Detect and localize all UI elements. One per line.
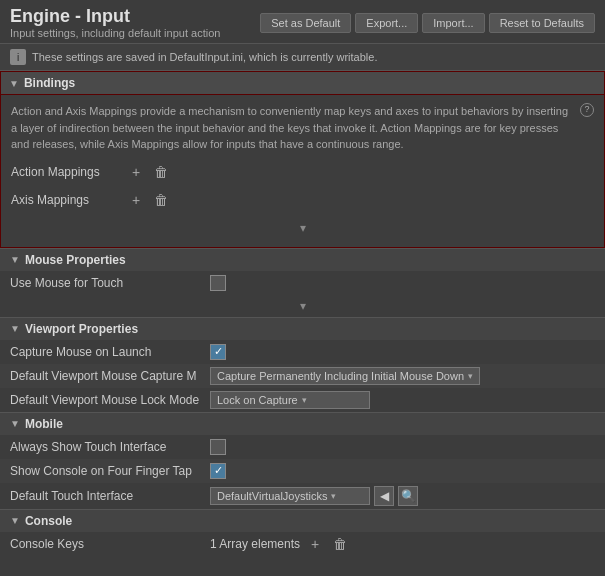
default-touch-select[interactable]: DefaultVirtualJoysticks ▾ [210,487,370,505]
viewport-collapse-icon: ▼ [10,323,20,334]
console-keys-row: Console Keys 1 Array elements + 🗑 [0,532,605,556]
mouse-collapse-icon: ▼ [10,254,20,265]
bindings-collapse-icon: ▼ [9,78,19,89]
axis-mappings-row: Axis Mappings + 🗑 [11,189,594,211]
default-touch-select-value: DefaultVirtualJoysticks [217,490,327,502]
default-touch-search-button[interactable]: 🔍 [398,486,418,506]
mobile-section-header[interactable]: ▼ Mobile [0,412,605,435]
bindings-help-icon[interactable]: ? [580,103,594,117]
console-section-content: Console Keys 1 Array elements + 🗑 [0,532,605,556]
default-lock-select[interactable]: Lock on Capture ▾ [210,391,370,409]
always-show-touch-label: Always Show Touch Interface [10,440,210,454]
capture-mouse-value: ✓ [210,344,595,360]
info-bar: i These settings are saved in DefaultInp… [0,43,605,71]
default-capture-value: Capture Permanently Including Initial Mo… [210,367,595,385]
console-keys-count: 1 Array elements [210,537,300,551]
bindings-divider: ▾ [11,217,594,239]
action-mappings-add-button[interactable]: + [129,163,143,181]
info-message: These settings are saved in DefaultInput… [32,51,377,63]
console-section-label: Console [25,514,72,528]
bindings-section-header[interactable]: ▼ Bindings [0,71,605,95]
bindings-section: ▼ Bindings Action and Axis Mappings prov… [0,71,605,248]
mouse-section-label: Mouse Properties [25,253,126,267]
action-mappings-delete-button[interactable]: 🗑 [151,163,171,181]
mouse-divider: ▾ [0,295,605,317]
bindings-description: Action and Axis Mappings provide a mecha… [11,103,594,153]
mobile-section-content: Always Show Touch Interface Show Console… [0,435,605,509]
default-lock-select-arrow: ▾ [302,395,307,405]
action-mappings-row: Action Mappings + 🗑 [11,161,594,183]
default-capture-select-value: Capture Permanently Including Initial Mo… [217,370,464,382]
default-lock-label: Default Viewport Mouse Lock Mode [10,393,210,407]
default-touch-row: Default Touch Interface DefaultVirtualJo… [0,483,605,509]
viewport-properties-content: Capture Mouse on Launch ✓ Default Viewpo… [0,340,605,412]
mouse-properties-content: Use Mouse for Touch ▾ [0,271,605,317]
bindings-expand-arrow: ▾ [300,221,306,235]
console-section: ▼ Console Console Keys 1 Array elements … [0,509,605,556]
mouse-properties-section: ▼ Mouse Properties Use Mouse for Touch ▾ [0,248,605,317]
default-capture-select-arrow: ▾ [468,371,473,381]
console-keys-delete-button[interactable]: 🗑 [330,535,350,553]
mobile-collapse-icon: ▼ [10,418,20,429]
viewport-properties-section: ▼ Viewport Properties Capture Mouse on L… [0,317,605,412]
import-button[interactable]: Import... [422,13,484,33]
console-keys-array: 1 Array elements + 🗑 [210,535,350,553]
always-show-touch-value [210,439,595,455]
set-default-button[interactable]: Set as Default [260,13,351,33]
action-mappings-label: Action Mappings [11,165,121,179]
info-icon: i [10,49,26,65]
capture-mouse-checkbox[interactable]: ✓ [210,344,226,360]
always-show-touch-checkbox[interactable] [210,439,226,455]
show-console-checkbox[interactable]: ✓ [210,463,226,479]
use-mouse-for-touch-label: Use Mouse for Touch [10,276,210,290]
header-buttons: Set as Default Export... Import... Reset… [260,13,595,33]
default-touch-back-button[interactable]: ◀ [374,486,394,506]
reset-to-defaults-button[interactable]: Reset to Defaults [489,13,595,33]
console-keys-label: Console Keys [10,537,210,551]
page-subtitle: Input settings, including default input … [10,27,220,39]
default-capture-label: Default Viewport Mouse Capture M [10,369,210,383]
show-console-row: Show Console on Four Finger Tap ✓ [0,459,605,483]
default-lock-value: Lock on Capture ▾ [210,391,595,409]
capture-mouse-row: Capture Mouse on Launch ✓ [0,340,605,364]
show-console-value: ✓ [210,463,595,479]
console-keys-add-button[interactable]: + [308,535,322,553]
page-header: Engine - Input Input settings, including… [0,0,605,43]
settings-content: ▼ Bindings Action and Axis Mappings prov… [0,71,605,576]
default-lock-select-value: Lock on Capture [217,394,298,406]
axis-mappings-label: Axis Mappings [11,193,121,207]
mouse-properties-header[interactable]: ▼ Mouse Properties [0,248,605,271]
console-collapse-icon: ▼ [10,515,20,526]
default-capture-select[interactable]: Capture Permanently Including Initial Mo… [210,367,480,385]
default-touch-value: DefaultVirtualJoysticks ▾ ◀ 🔍 [210,486,595,506]
default-capture-row: Default Viewport Mouse Capture M Capture… [0,364,605,388]
mouse-expand-arrow: ▾ [300,299,306,313]
default-touch-select-arrow: ▾ [331,491,336,501]
viewport-properties-header[interactable]: ▼ Viewport Properties [0,317,605,340]
axis-mappings-add-button[interactable]: + [129,191,143,209]
page-title: Engine - Input [10,6,220,27]
header-left: Engine - Input Input settings, including… [10,6,220,39]
use-mouse-for-touch-row: Use Mouse for Touch [0,271,605,295]
use-mouse-for-touch-value [210,275,595,291]
console-section-header[interactable]: ▼ Console [0,509,605,532]
mobile-section: ▼ Mobile Always Show Touch Interface Sho… [0,412,605,509]
capture-mouse-label: Capture Mouse on Launch [10,345,210,359]
console-keys-value: 1 Array elements + 🗑 [210,535,595,553]
default-lock-row: Default Viewport Mouse Lock Mode Lock on… [0,388,605,412]
axis-mappings-delete-button[interactable]: 🗑 [151,191,171,209]
always-show-touch-row: Always Show Touch Interface [0,435,605,459]
viewport-section-label: Viewport Properties [25,322,138,336]
use-mouse-for-touch-checkbox[interactable] [210,275,226,291]
bindings-section-label: Bindings [24,76,75,90]
bindings-section-content: Action and Axis Mappings provide a mecha… [0,95,605,248]
show-console-label: Show Console on Four Finger Tap [10,464,210,478]
export-button[interactable]: Export... [355,13,418,33]
mobile-section-label: Mobile [25,417,63,431]
default-touch-label: Default Touch Interface [10,489,210,503]
